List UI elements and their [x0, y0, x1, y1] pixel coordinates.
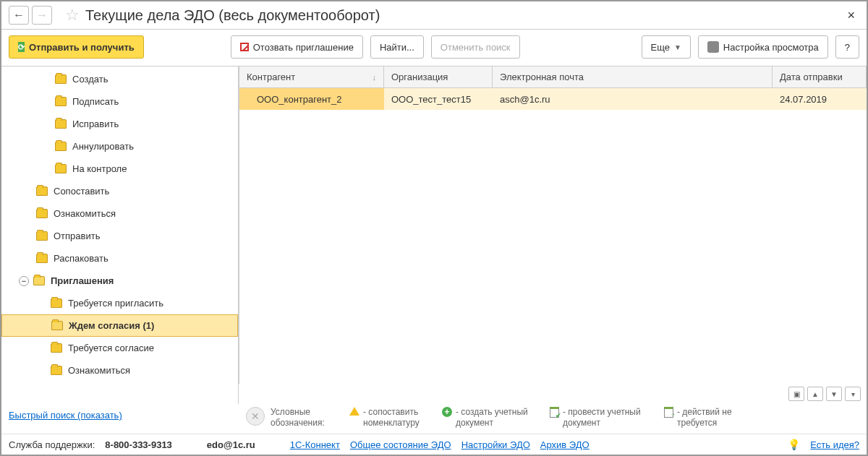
legend-noaction: - действий не требуется [663, 407, 749, 428]
close-icon[interactable]: × [843, 8, 859, 23]
main-table: Контрагент↓ Организация Электронная почт… [239, 66, 867, 384]
plus-icon: + [442, 407, 452, 417]
next-page-button[interactable]: ▼ [826, 387, 842, 401]
tree-unpack[interactable]: Распаковать [1, 247, 238, 270]
sync-icon: ⟳ [18, 42, 25, 52]
edo-archive-link[interactable]: Архив ЭДО [540, 439, 590, 450]
folder-icon [36, 231, 48, 241]
folder-icon [51, 366, 62, 375]
col-date[interactable]: Дата отправки [773, 66, 867, 87]
folder-icon [51, 343, 62, 353]
folder-icon [51, 298, 62, 308]
tree-need-consent[interactable]: Требуется согласие [1, 337, 238, 359]
send-receive-button[interactable]: ⟳ Отправить и получить [9, 35, 144, 59]
tree-review[interactable]: Ознакомиться [1, 202, 238, 225]
legend-post: - провести учетный документ [548, 407, 657, 428]
cell-date: 24.07.2019 [773, 88, 867, 110]
edo-settings-link[interactable]: Настройки ЭДО [461, 439, 530, 450]
tree-need-invite[interactable]: Требуется пригласить [1, 292, 238, 314]
folder-icon [55, 119, 67, 129]
connect-link[interactable]: 1С-Коннект [290, 439, 340, 450]
first-page-button[interactable]: ▣ [788, 387, 804, 401]
tree-create[interactable]: Создать [1, 68, 238, 90]
folder-icon [55, 164, 67, 173]
cell-org: ООО_тест_тест15 [384, 88, 493, 110]
revoke-icon [240, 43, 249, 51]
folder-icon [36, 254, 48, 263]
tree-on-control[interactable]: На контроле [1, 158, 238, 180]
tree-fix[interactable]: Исправить [1, 113, 238, 135]
tree-match[interactable]: Сопоставить [1, 180, 238, 202]
tree-review2[interactable]: Ознакомиться [1, 359, 238, 382]
delete-button[interactable]: ✕ [246, 407, 265, 426]
help-button[interactable]: ? [835, 35, 859, 59]
support-label: Служба поддержки: [9, 439, 95, 450]
star-icon[interactable]: ☆ [65, 6, 80, 25]
page-title: Текущие дела ЭДО (весь документооборот) [85, 7, 843, 24]
legend-match: - сопоставить номенклатуру [349, 407, 435, 428]
doc-noaction-icon [664, 407, 673, 418]
last-page-button[interactable]: ▾ [845, 387, 861, 401]
tree-sign[interactable]: Подписать [1, 90, 238, 113]
edo-status-link[interactable]: Общее состояние ЭДО [350, 439, 451, 450]
bulb-icon: 💡 [788, 439, 800, 450]
back-button[interactable]: ← [9, 6, 29, 25]
folder-open-icon [51, 321, 63, 330]
more-button[interactable]: Еще ▼ [642, 35, 691, 59]
sidebar[interactable]: Создать Подписать Исправить Аннулировать… [1, 66, 239, 404]
tree-invitations[interactable]: − Приглашения [1, 270, 238, 292]
forward-button[interactable]: → [32, 6, 52, 25]
chevron-down-icon: ▼ [674, 43, 681, 51]
idea-link[interactable]: Есть идея? [810, 439, 859, 450]
find-button[interactable]: Найти... [370, 35, 424, 59]
tree-wait-consent[interactable]: Ждем согласия (1) [1, 314, 238, 337]
support-phone: 8-800-333-9313 [105, 439, 172, 450]
folder-icon [55, 97, 67, 106]
revoke-invite-button[interactable]: Отозвать приглашение [231, 35, 363, 59]
legend-create: +- создать учетный документ [441, 407, 542, 428]
collapse-icon[interactable]: − [19, 276, 29, 286]
col-counterparty[interactable]: Контрагент↓ [239, 66, 384, 87]
tree-annul[interactable]: Аннулировать [1, 135, 238, 158]
cell-email: asch@1c.ru [493, 88, 773, 110]
folder-icon [36, 186, 48, 196]
col-org[interactable]: Организация [384, 66, 493, 87]
legend-label: Условные обозначения: [271, 407, 343, 428]
folder-icon [55, 142, 67, 151]
sort-arrow-icon: ↓ [373, 73, 377, 82]
prev-page-button[interactable]: ▲ [807, 387, 823, 401]
warning-icon [349, 407, 359, 416]
col-email[interactable]: Электронная почта [493, 66, 773, 87]
quick-search-link[interactable]: Быстрый поиск (показать) [9, 410, 122, 421]
support-email: edo@1c.ru [207, 439, 255, 450]
folder-icon [36, 209, 48, 218]
folder-icon [55, 74, 67, 84]
table-row[interactable]: ООО_контрагент_2 ООО_тест_тест15 asch@1c… [239, 88, 867, 110]
doc-post-icon [550, 407, 559, 418]
cell-counterparty: ООО_контрагент_2 [239, 88, 384, 110]
folder-open-icon [33, 276, 45, 285]
cancel-search-button: Отменить поиск [431, 35, 520, 59]
tree-send[interactable]: Отправить [1, 225, 238, 247]
view-settings-button[interactable]: Настройка просмотра [698, 35, 828, 59]
gear-icon [707, 41, 719, 53]
